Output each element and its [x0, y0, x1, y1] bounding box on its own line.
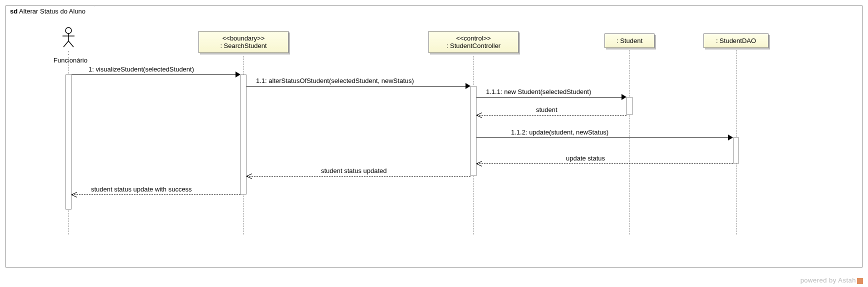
msg-111-label: 1.1.1: new Student(selectedStudent): [486, 88, 591, 96]
msg-112-arrow: [728, 134, 733, 140]
msg-11-line: [246, 86, 469, 86]
lifeline-student: : Student: [604, 34, 654, 48]
lifeline-dao: : StudentDAO: [704, 34, 768, 48]
msg-112-label: 1.1.2: update(student, newStatus): [511, 128, 608, 136]
ret-112-label: update status: [566, 154, 605, 162]
msg-111-arrow: [622, 94, 626, 100]
lifeline-label: : StudentController: [446, 42, 500, 50]
msg-11-label: 1.1: alterStatusOfStudent(selectedStuden…: [256, 77, 414, 84]
frame-prefix: sd: [10, 8, 18, 15]
watermark-text: powered by Astah: [800, 276, 856, 284]
svg-line-3: [64, 41, 68, 47]
astah-icon: [857, 278, 863, 284]
ret-111-label: student: [536, 106, 558, 114]
msg-111-line: [476, 97, 625, 98]
activation-search: [240, 74, 246, 194]
activation-funcionario: [66, 74, 72, 210]
frame-title-tab: sd Alterar Status do Aluno: [6, 6, 94, 16]
frame-title: Alterar Status do Aluno: [19, 8, 86, 15]
msg-1-arrow: [236, 72, 240, 78]
stereotype-boundary: <<boundary>>: [205, 34, 282, 42]
msg-1-label: 1: visualizeStudent(selectedStudent): [88, 66, 194, 73]
lifeline-search: <<boundary>> : SearchStudent: [198, 31, 288, 53]
stereotype-control: <<control>>: [435, 34, 512, 42]
actor-icon: [61, 27, 76, 48]
watermark: powered by Astah: [800, 276, 863, 284]
activation-dao: [733, 138, 739, 164]
msg-11-arrow: [466, 83, 470, 89]
lifeline-label: : Student: [616, 37, 642, 44]
sequence-frame: sd Alterar Status do Aluno : Funcionário…: [6, 6, 862, 268]
ret-1-label: student status update with success: [91, 186, 192, 193]
activation-controller: [470, 86, 476, 176]
ret-1-line: [72, 194, 240, 195]
svg-point-0: [66, 28, 72, 34]
activation-student: [626, 97, 632, 115]
msg-1-line: [72, 74, 239, 75]
lifeline-controller: <<control>> : StudentController: [428, 31, 518, 53]
ret-11-line: [246, 176, 470, 176]
msg-112-line: [476, 138, 732, 138]
ret-111-line: [476, 115, 626, 116]
svg-line-4: [68, 41, 74, 47]
ret-112-line: [476, 164, 733, 164]
lifeline-label: : SearchStudent: [220, 42, 266, 50]
lifeline-label: : StudentDAO: [716, 37, 756, 44]
dashline-student: [630, 50, 630, 234]
ret-11-label: student status updated: [321, 167, 387, 174]
